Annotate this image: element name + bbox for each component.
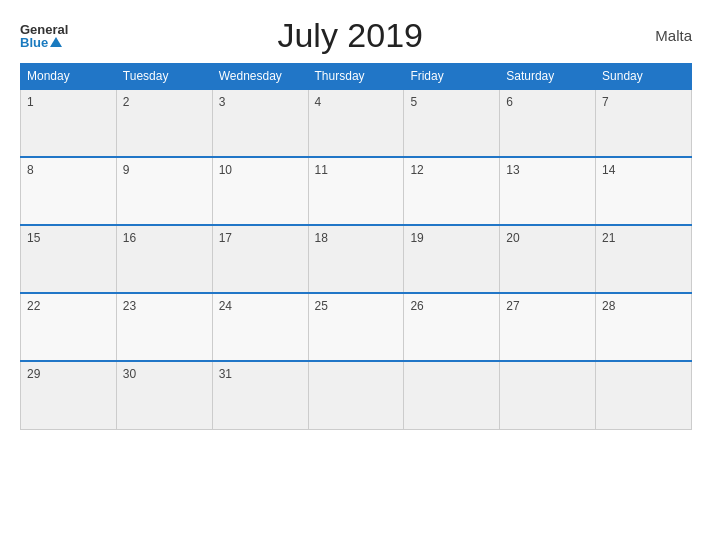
calendar-day-cell: 20 <box>500 225 596 293</box>
calendar-day-cell: 1 <box>21 89 117 157</box>
day-number: 21 <box>602 231 615 245</box>
day-number: 27 <box>506 299 519 313</box>
calendar-day-cell: 19 <box>404 225 500 293</box>
calendar-day-cell: 24 <box>212 293 308 361</box>
calendar-header: General Blue July 2019 Malta <box>20 16 692 55</box>
day-number: 14 <box>602 163 615 177</box>
day-number: 22 <box>27 299 40 313</box>
day-number: 18 <box>315 231 328 245</box>
calendar-day-cell: 7 <box>596 89 692 157</box>
calendar-day-cell: 14 <box>596 157 692 225</box>
day-number: 31 <box>219 367 232 381</box>
calendar-day-cell: 3 <box>212 89 308 157</box>
weekday-header: Saturday <box>500 64 596 90</box>
calendar-day-cell: 28 <box>596 293 692 361</box>
calendar-day-cell <box>308 361 404 429</box>
weekday-header: Thursday <box>308 64 404 90</box>
calendar-week-row: 22232425262728 <box>21 293 692 361</box>
calendar-day-cell: 31 <box>212 361 308 429</box>
weekday-header: Sunday <box>596 64 692 90</box>
day-number: 8 <box>27 163 34 177</box>
calendar-page: General Blue July 2019 Malta MondayTuesd… <box>0 0 712 550</box>
calendar-day-cell: 18 <box>308 225 404 293</box>
calendar-day-cell: 21 <box>596 225 692 293</box>
day-number: 28 <box>602 299 615 313</box>
calendar-body: 1234567891011121314151617181920212223242… <box>21 89 692 429</box>
day-number: 20 <box>506 231 519 245</box>
calendar-day-cell: 22 <box>21 293 117 361</box>
calendar-day-cell: 9 <box>116 157 212 225</box>
day-number: 9 <box>123 163 130 177</box>
calendar-table: MondayTuesdayWednesdayThursdayFridaySatu… <box>20 63 692 430</box>
day-number: 11 <box>315 163 328 177</box>
calendar-day-cell <box>500 361 596 429</box>
calendar-day-cell: 15 <box>21 225 117 293</box>
day-number: 4 <box>315 95 322 109</box>
logo: General Blue <box>20 23 68 49</box>
day-number: 6 <box>506 95 513 109</box>
calendar-day-cell: 26 <box>404 293 500 361</box>
day-number: 29 <box>27 367 40 381</box>
calendar-header-row: MondayTuesdayWednesdayThursdayFridaySatu… <box>21 64 692 90</box>
calendar-day-cell: 2 <box>116 89 212 157</box>
logo-blue-text: Blue <box>20 36 48 49</box>
calendar-day-cell: 12 <box>404 157 500 225</box>
calendar-day-cell: 10 <box>212 157 308 225</box>
logo-triangle-icon <box>50 37 62 47</box>
weekday-header: Tuesday <box>116 64 212 90</box>
calendar-day-cell <box>596 361 692 429</box>
day-number: 5 <box>410 95 417 109</box>
calendar-day-cell: 13 <box>500 157 596 225</box>
month-title: July 2019 <box>68 16 632 55</box>
day-number: 7 <box>602 95 609 109</box>
calendar-day-cell: 5 <box>404 89 500 157</box>
day-number: 15 <box>27 231 40 245</box>
weekday-header: Friday <box>404 64 500 90</box>
day-number: 17 <box>219 231 232 245</box>
calendar-day-cell <box>404 361 500 429</box>
calendar-day-cell: 16 <box>116 225 212 293</box>
day-number: 30 <box>123 367 136 381</box>
day-number: 16 <box>123 231 136 245</box>
day-number: 1 <box>27 95 34 109</box>
calendar-week-row: 293031 <box>21 361 692 429</box>
calendar-day-cell: 4 <box>308 89 404 157</box>
calendar-day-cell: 29 <box>21 361 117 429</box>
calendar-day-cell: 8 <box>21 157 117 225</box>
logo-general-text: General <box>20 23 68 36</box>
day-number: 26 <box>410 299 423 313</box>
calendar-day-cell: 11 <box>308 157 404 225</box>
country-label: Malta <box>632 27 692 44</box>
day-number: 23 <box>123 299 136 313</box>
day-number: 19 <box>410 231 423 245</box>
calendar-week-row: 891011121314 <box>21 157 692 225</box>
calendar-day-cell: 6 <box>500 89 596 157</box>
calendar-day-cell: 23 <box>116 293 212 361</box>
calendar-day-cell: 17 <box>212 225 308 293</box>
calendar-week-row: 1234567 <box>21 89 692 157</box>
calendar-day-cell: 30 <box>116 361 212 429</box>
weekday-header: Wednesday <box>212 64 308 90</box>
day-number: 24 <box>219 299 232 313</box>
day-number: 3 <box>219 95 226 109</box>
weekday-header: Monday <box>21 64 117 90</box>
calendar-day-cell: 27 <box>500 293 596 361</box>
day-number: 2 <box>123 95 130 109</box>
day-number: 10 <box>219 163 232 177</box>
day-number: 25 <box>315 299 328 313</box>
day-number: 13 <box>506 163 519 177</box>
day-number: 12 <box>410 163 423 177</box>
calendar-week-row: 15161718192021 <box>21 225 692 293</box>
calendar-day-cell: 25 <box>308 293 404 361</box>
